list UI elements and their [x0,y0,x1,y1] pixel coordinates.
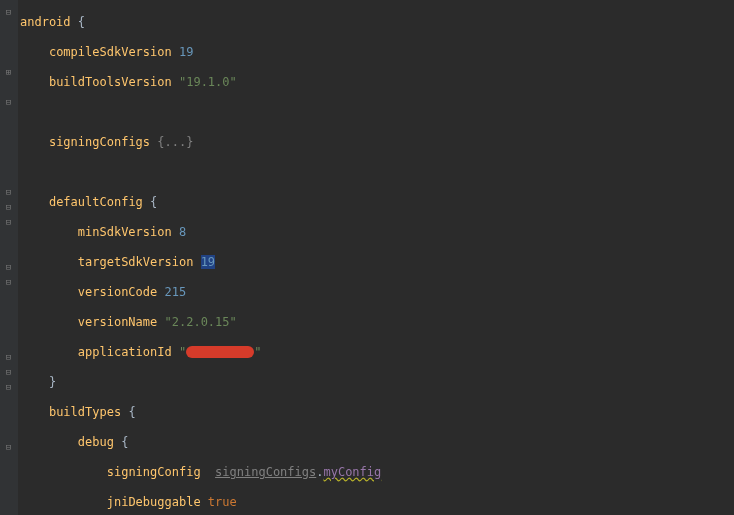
prop-compilesdk: compileSdkVersion [49,45,172,59]
val-compilesdk: 19 [179,45,193,59]
prop-signingconfigs: signingConfigs [49,135,150,149]
fold-toggle-icon[interactable]: ⊟ [4,203,13,212]
code-editor[interactable]: android { compileSdkVersion 19 buildTool… [18,0,734,515]
fold-toggle-icon[interactable]: ⊟ [4,278,13,287]
fold-toggle-icon[interactable]: ⊟ [4,263,13,272]
val-versionname: "2.2.0.15" [165,315,237,329]
ref-signingconfigs: signingConfigs [215,465,316,479]
prop-applicationid: applicationId [78,345,172,359]
quote-close: " [254,345,261,359]
fold-toggle-icon[interactable]: ⊟ [4,8,13,17]
quote-open: " [179,345,186,359]
val-minsdk: 8 [179,225,186,239]
block-debug: debug [78,435,114,449]
prop-minsdk: minSdkVersion [78,225,172,239]
fold-toggle-icon[interactable]: ⊟ [4,368,13,377]
prop-buildtools: buildToolsVersion [49,75,172,89]
val-versioncode: 215 [165,285,187,299]
fold-gutter: ⊟⊞⊟⊟⊟⊟⊟⊟⊟⊟⊟⊟ [0,0,18,515]
fold-toggle-icon[interactable]: ⊞ [4,68,13,77]
val-true: true [208,495,237,509]
redacted-appid [186,346,254,358]
keyword-android: android [20,15,71,29]
block-defaultconfig: defaultConfig [49,195,143,209]
prop-versioncode: versionCode [78,285,157,299]
fold-toggle-icon[interactable]: ⊟ [4,443,13,452]
fold-toggle-icon[interactable]: ⊟ [4,98,13,107]
fold-toggle-icon[interactable]: ⊟ [4,218,13,227]
fold-toggle-icon[interactable]: ⊟ [4,353,13,362]
prop-jnidebuggable: jniDebuggable [107,495,201,509]
prop-signingconfig-debug: signingConfig [107,465,201,479]
block-buildtypes: buildTypes [49,405,121,419]
fold-toggle-icon[interactable]: ⊟ [4,383,13,392]
val-targetsdk: 19 [201,255,215,269]
fold-toggle-icon[interactable]: ⊟ [4,188,13,197]
val-buildtools: "19.1.0" [179,75,237,89]
prop-targetsdk: targetSdkVersion [78,255,194,269]
ref-myconfig: myConfig [323,465,381,479]
fold-placeholder[interactable]: {...} [157,135,193,149]
prop-versionname: versionName [78,315,157,329]
